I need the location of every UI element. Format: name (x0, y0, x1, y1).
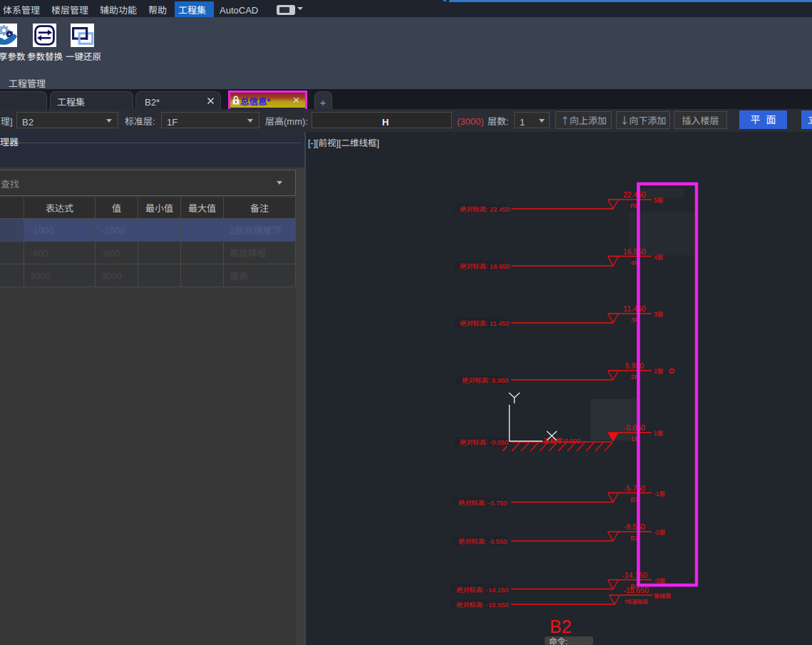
svg-text:绝对标高: 11.450: 绝对标高: 11.450 (460, 318, 509, 328)
svg-text:命令:: 命令: (549, 635, 567, 645)
svg-text:绝对标高: 16.950: 绝对标高: 16.950 (460, 261, 510, 271)
svg-text:-5.750: -5.750 (624, 483, 645, 493)
svg-text:绝对标高: -0.050: 绝对标高: -0.050 (460, 437, 508, 447)
svg-text:绝对标高: -5.750: 绝对标高: -5.750 (458, 497, 507, 507)
svg-text:-9.550: -9.550 (624, 521, 645, 532)
svg-text:22.450: 22.450 (623, 189, 646, 200)
svg-text:基础面: 基础面 (654, 592, 671, 599)
svg-text:绝对标高: -14.150: 绝对标高: -14.150 (456, 584, 508, 594)
svg-text:5.950: 5.950 (625, 360, 644, 371)
svg-text:7栋基础面: 7栋基础面 (624, 597, 649, 605)
svg-text:绝对标高: 22.450: 绝对标高: 22.450 (460, 204, 510, 214)
svg-text:绝对标高: -9.550: 绝对标高: -9.550 (458, 536, 507, 546)
svg-text:绝对标高: 5.950: 绝对标高: 5.950 (462, 375, 508, 385)
svg-text:2层: 2层 (654, 366, 663, 375)
svg-text:11.450: 11.450 (623, 303, 645, 314)
svg-text:16.950: 16.950 (623, 246, 646, 257)
svg-text:3层: 3层 (654, 309, 663, 318)
svg-text:-3层: -3层 (654, 576, 665, 584)
svg-text:5层: 5层 (654, 195, 663, 204)
svg-text:-14.150: -14.150 (622, 569, 647, 580)
svg-text:4层: 4层 (654, 252, 663, 261)
svg-text:-1层: -1层 (654, 489, 665, 497)
svg-text:正负零:0.000: 正负零:0.000 (543, 436, 580, 445)
svg-text:B2: B2 (550, 612, 572, 638)
svg-text:1层: 1层 (654, 428, 663, 437)
svg-text:-2层: -2层 (654, 527, 665, 536)
svg-text:绝对标高: -15.650: 绝对标高: -15.650 (456, 599, 508, 609)
svg-text:-0.050: -0.050 (624, 422, 645, 433)
